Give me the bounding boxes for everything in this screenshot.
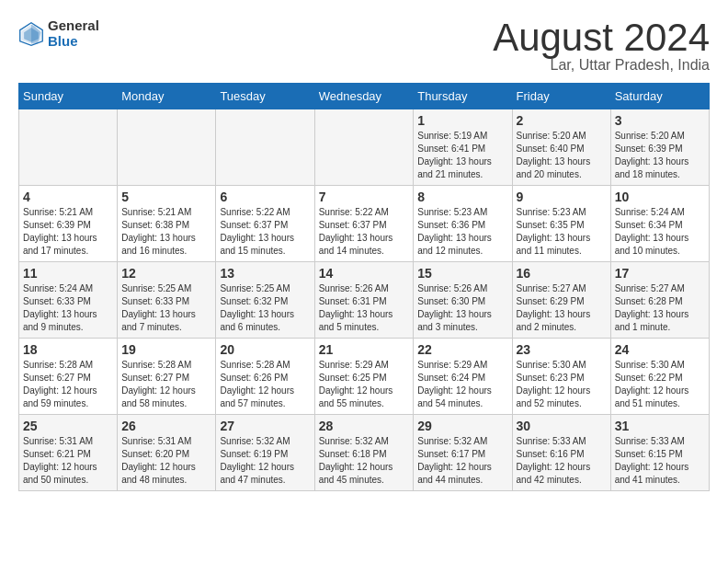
day-number: 20 — [220, 342, 310, 357]
calendar-cell: 31Sunrise: 5:33 AM Sunset: 6:15 PM Dayli… — [610, 415, 709, 491]
day-info: Sunrise: 5:21 AM Sunset: 6:38 PM Dayligh… — [121, 206, 211, 258]
day-number: 10 — [615, 190, 705, 204]
day-info: Sunrise: 5:24 AM Sunset: 6:33 PM Dayligh… — [23, 282, 113, 334]
day-info: Sunrise: 5:28 AM Sunset: 6:27 PM Dayligh… — [23, 359, 113, 410]
calendar-cell — [118, 109, 216, 186]
day-number: 24 — [615, 342, 705, 357]
day-info: Sunrise: 5:19 AM Sunset: 6:41 PM Dayligh… — [417, 130, 507, 181]
day-number: 18 — [23, 342, 113, 357]
calendar-week-2: 4Sunrise: 5:21 AM Sunset: 6:39 PM Daylig… — [19, 186, 710, 262]
day-info: Sunrise: 5:33 AM Sunset: 6:15 PM Dayligh… — [615, 435, 705, 487]
calendar-cell: 23Sunrise: 5:30 AM Sunset: 6:23 PM Dayli… — [512, 339, 610, 415]
day-info: Sunrise: 5:28 AM Sunset: 6:26 PM Dayligh… — [220, 359, 310, 410]
month-title: August 2024 — [493, 18, 710, 57]
header-cell-wednesday: Wednesday — [314, 84, 414, 109]
header-cell-tuesday: Tuesday — [216, 84, 314, 109]
calendar-cell: 3Sunrise: 5:20 AM Sunset: 6:39 PM Daylig… — [610, 109, 709, 186]
day-number: 14 — [319, 266, 410, 281]
day-number: 4 — [23, 190, 113, 204]
calendar-cell: 26Sunrise: 5:31 AM Sunset: 6:20 PM Dayli… — [118, 415, 216, 491]
day-number: 29 — [417, 419, 507, 433]
day-info: Sunrise: 5:29 AM Sunset: 6:25 PM Dayligh… — [319, 359, 410, 410]
calendar-cell: 18Sunrise: 5:28 AM Sunset: 6:27 PM Dayli… — [19, 339, 118, 415]
day-number: 31 — [615, 419, 705, 433]
day-info: Sunrise: 5:28 AM Sunset: 6:27 PM Dayligh… — [121, 359, 211, 410]
day-number: 15 — [417, 266, 507, 281]
calendar-cell: 15Sunrise: 5:26 AM Sunset: 6:30 PM Dayli… — [414, 262, 512, 339]
calendar-cell: 17Sunrise: 5:27 AM Sunset: 6:28 PM Dayli… — [610, 262, 709, 339]
day-info: Sunrise: 5:22 AM Sunset: 6:37 PM Dayligh… — [220, 206, 310, 258]
calendar-cell: 12Sunrise: 5:25 AM Sunset: 6:33 PM Dayli… — [118, 262, 216, 339]
header-cell-friday: Friday — [512, 84, 610, 109]
calendar-cell: 1Sunrise: 5:19 AM Sunset: 6:41 PM Daylig… — [414, 109, 512, 186]
calendar-cell: 6Sunrise: 5:22 AM Sunset: 6:37 PM Daylig… — [216, 186, 314, 262]
calendar-cell: 9Sunrise: 5:23 AM Sunset: 6:35 PM Daylig… — [512, 186, 610, 262]
day-info: Sunrise: 5:22 AM Sunset: 6:37 PM Dayligh… — [319, 206, 410, 258]
calendar-cell: 5Sunrise: 5:21 AM Sunset: 6:38 PM Daylig… — [118, 186, 216, 262]
title-block: August 2024 Lar, Uttar Pradesh, India — [493, 18, 710, 74]
day-number: 11 — [23, 266, 113, 281]
day-info: Sunrise: 5:25 AM Sunset: 6:32 PM Dayligh… — [220, 282, 310, 334]
header-cell-thursday: Thursday — [414, 84, 512, 109]
calendar-cell: 7Sunrise: 5:22 AM Sunset: 6:37 PM Daylig… — [314, 186, 414, 262]
location-subtitle: Lar, Uttar Pradesh, India — [493, 57, 710, 74]
calendar-cell: 30Sunrise: 5:33 AM Sunset: 6:16 PM Dayli… — [512, 415, 610, 491]
calendar-cell: 4Sunrise: 5:21 AM Sunset: 6:39 PM Daylig… — [19, 186, 118, 262]
day-number: 9 — [517, 190, 607, 204]
day-number: 8 — [417, 190, 507, 204]
logo-general: General — [48, 18, 99, 34]
calendar-cell: 29Sunrise: 5:32 AM Sunset: 6:17 PM Dayli… — [414, 415, 512, 491]
day-number: 30 — [517, 419, 607, 433]
day-info: Sunrise: 5:21 AM Sunset: 6:39 PM Dayligh… — [23, 206, 113, 258]
day-info: Sunrise: 5:27 AM Sunset: 6:29 PM Dayligh… — [517, 282, 607, 334]
day-info: Sunrise: 5:23 AM Sunset: 6:35 PM Dayligh… — [517, 206, 607, 258]
page-header: General Blue August 2024 Lar, Uttar Prad… — [18, 18, 710, 74]
calendar-cell: 13Sunrise: 5:25 AM Sunset: 6:32 PM Dayli… — [216, 262, 314, 339]
day-info: Sunrise: 5:20 AM Sunset: 6:40 PM Dayligh… — [517, 130, 607, 181]
day-info: Sunrise: 5:31 AM Sunset: 6:21 PM Dayligh… — [23, 435, 113, 487]
calendar-week-4: 18Sunrise: 5:28 AM Sunset: 6:27 PM Dayli… — [19, 339, 710, 415]
day-number: 13 — [220, 266, 310, 281]
day-info: Sunrise: 5:33 AM Sunset: 6:16 PM Dayligh… — [517, 435, 607, 487]
day-number: 5 — [121, 190, 211, 204]
calendar-cell: 2Sunrise: 5:20 AM Sunset: 6:40 PM Daylig… — [512, 109, 610, 186]
logo-icon — [18, 21, 44, 47]
day-number: 17 — [615, 266, 705, 281]
calendar-week-1: 1Sunrise: 5:19 AM Sunset: 6:41 PM Daylig… — [19, 109, 710, 186]
day-number: 19 — [121, 342, 211, 357]
day-number: 27 — [220, 419, 310, 433]
day-info: Sunrise: 5:20 AM Sunset: 6:39 PM Dayligh… — [615, 130, 705, 181]
calendar-cell: 24Sunrise: 5:30 AM Sunset: 6:22 PM Dayli… — [610, 339, 709, 415]
calendar-cell: 25Sunrise: 5:31 AM Sunset: 6:21 PM Dayli… — [19, 415, 118, 491]
day-info: Sunrise: 5:30 AM Sunset: 6:22 PM Dayligh… — [615, 359, 705, 410]
day-info: Sunrise: 5:29 AM Sunset: 6:24 PM Dayligh… — [417, 359, 507, 410]
calendar-body: 1Sunrise: 5:19 AM Sunset: 6:41 PM Daylig… — [19, 109, 710, 491]
calendar-cell: 21Sunrise: 5:29 AM Sunset: 6:25 PM Dayli… — [314, 339, 414, 415]
day-number: 3 — [615, 113, 705, 128]
calendar-cell — [216, 109, 314, 186]
calendar-cell: 22Sunrise: 5:29 AM Sunset: 6:24 PM Dayli… — [414, 339, 512, 415]
calendar-week-5: 25Sunrise: 5:31 AM Sunset: 6:21 PM Dayli… — [19, 415, 710, 491]
header-cell-sunday: Sunday — [19, 84, 118, 109]
day-number: 22 — [417, 342, 507, 357]
day-info: Sunrise: 5:25 AM Sunset: 6:33 PM Dayligh… — [121, 282, 211, 334]
day-info: Sunrise: 5:27 AM Sunset: 6:28 PM Dayligh… — [615, 282, 705, 334]
calendar-cell: 14Sunrise: 5:26 AM Sunset: 6:31 PM Dayli… — [314, 262, 414, 339]
day-info: Sunrise: 5:23 AM Sunset: 6:36 PM Dayligh… — [417, 206, 507, 258]
calendar-cell: 11Sunrise: 5:24 AM Sunset: 6:33 PM Dayli… — [19, 262, 118, 339]
calendar-cell: 27Sunrise: 5:32 AM Sunset: 6:19 PM Dayli… — [216, 415, 314, 491]
day-number: 6 — [220, 190, 310, 204]
calendar-cell: 20Sunrise: 5:28 AM Sunset: 6:26 PM Dayli… — [216, 339, 314, 415]
day-number: 25 — [23, 419, 113, 433]
day-info: Sunrise: 5:31 AM Sunset: 6:20 PM Dayligh… — [121, 435, 211, 487]
calendar-cell: 19Sunrise: 5:28 AM Sunset: 6:27 PM Dayli… — [118, 339, 216, 415]
day-info: Sunrise: 5:24 AM Sunset: 6:34 PM Dayligh… — [615, 206, 705, 258]
day-info: Sunrise: 5:32 AM Sunset: 6:19 PM Dayligh… — [220, 435, 310, 487]
logo-text: General Blue — [48, 18, 99, 49]
day-number: 28 — [319, 419, 410, 433]
day-number: 2 — [517, 113, 607, 128]
header-cell-monday: Monday — [118, 84, 216, 109]
day-info: Sunrise: 5:26 AM Sunset: 6:30 PM Dayligh… — [417, 282, 507, 334]
calendar-cell: 8Sunrise: 5:23 AM Sunset: 6:36 PM Daylig… — [414, 186, 512, 262]
calendar-cell — [314, 109, 414, 186]
